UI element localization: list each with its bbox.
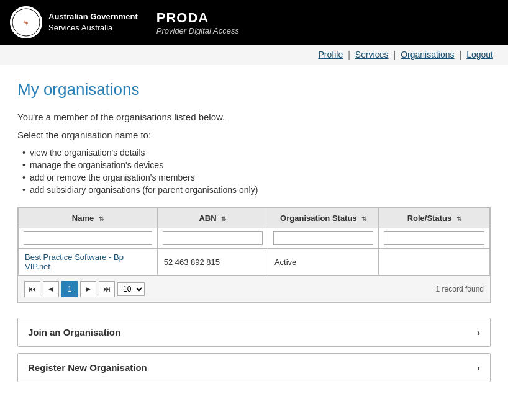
select-instruction: Select the organisation name to: — [17, 130, 491, 140]
organisations-table-wrapper: Name ⇅ ABN ⇅ Organisation Status ⇅ Role/… — [17, 207, 491, 303]
chevron-right-icon: › — [477, 362, 480, 373]
crest-icon: 🦘 — [10, 6, 42, 38]
app-title: PRODA — [156, 10, 239, 26]
col-header-role-status[interactable]: Role/Status ⇅ — [379, 208, 490, 228]
bullet-item: manage the organisation's devices — [24, 160, 491, 170]
sort-icon-org-status[interactable]: ⇅ — [361, 215, 366, 222]
filter-cell-org-status — [268, 228, 379, 249]
nav-bar: Profile | Services | Organisations | Log… — [0, 45, 508, 65]
sort-icon-name[interactable]: ⇅ — [99, 215, 104, 222]
nav-profile-link[interactable]: Profile — [313, 50, 348, 60]
app-branding: PRODA Provider Digital Access — [156, 10, 239, 35]
col-header-name[interactable]: Name ⇅ — [19, 208, 158, 228]
pagination-row: ⏮ ◄ 1 ► ⏭ 10 25 50 1 record found — [18, 275, 490, 302]
gov-text: Australian Government Services Australia — [48, 11, 138, 34]
page-prev-button[interactable]: ◄ — [43, 281, 59, 297]
accordion-header-register[interactable]: Register New Organisation› — [18, 354, 490, 382]
table-row: Best Practice Software - Bp VIP.net52 46… — [19, 249, 490, 275]
col-header-org-status[interactable]: Organisation Status ⇅ — [268, 208, 379, 228]
table-header-row: Name ⇅ ABN ⇅ Organisation Status ⇅ Role/… — [19, 208, 490, 228]
page-next-button[interactable]: ► — [80, 281, 96, 297]
accordion-header-join[interactable]: Join an Organisation› — [18, 318, 490, 346]
filter-input-role-status[interactable] — [384, 231, 484, 245]
accordion-label-register: Register New Organisation — [28, 362, 147, 373]
header-logo: 🦘 Australian Government Services Austral… — [10, 6, 138, 38]
filter-input-abn[interactable] — [163, 231, 263, 245]
page-size-select[interactable]: 10 25 50 — [117, 282, 145, 296]
page-title: My organisations — [17, 80, 491, 99]
chevron-right-icon: › — [477, 327, 480, 337]
intro-text: You're a member of the organisations lis… — [17, 112, 491, 122]
cell-role-status — [379, 249, 490, 275]
nav-logout-link[interactable]: Logout — [461, 50, 498, 60]
table-filter-row — [19, 228, 490, 249]
sort-icon-abn[interactable]: ⇅ — [221, 215, 226, 222]
cell-org-status: Active — [268, 249, 379, 275]
nav-organisations-link[interactable]: Organisations — [396, 50, 459, 60]
gov-line2: Services Australia — [48, 22, 138, 34]
svg-text:🦘: 🦘 — [23, 20, 29, 26]
gov-line1: Australian Government — [48, 11, 138, 22]
cell-name: Best Practice Software - Bp VIP.net — [19, 249, 158, 275]
accordions-container: Join an Organisation›Register New Organi… — [17, 318, 491, 382]
organisations-table: Name ⇅ ABN ⇅ Organisation Status ⇅ Role/… — [18, 208, 490, 275]
info-box: You're a member of the organisations lis… — [17, 112, 491, 195]
bullet-item: add subsidiary organisations (for parent… — [24, 185, 491, 195]
header: 🦘 Australian Government Services Austral… — [0, 0, 508, 45]
page-1-button[interactable]: 1 — [61, 281, 78, 297]
col-header-abn[interactable]: ABN ⇅ — [157, 208, 268, 228]
table-body: Best Practice Software - Bp VIP.net52 46… — [19, 249, 490, 275]
accordion-label-join: Join an Organisation — [28, 327, 120, 337]
main-content: My organisations You're a member of the … — [0, 65, 508, 403]
accordion-register: Register New Organisation› — [17, 353, 491, 382]
filter-input-org-status[interactable] — [273, 231, 374, 245]
nav-services-link[interactable]: Services — [350, 50, 394, 60]
bullet-item: view the organisation's details — [24, 148, 491, 158]
page-first-button[interactable]: ⏮ — [24, 281, 40, 297]
accordion-join: Join an Organisation› — [17, 318, 491, 347]
filter-cell-abn — [157, 228, 268, 249]
filter-cell-role-status — [379, 228, 490, 249]
pagination-info: 1 record found — [436, 285, 484, 293]
org-name-link[interactable]: Best Practice Software - Bp VIP.net — [25, 252, 124, 271]
app-subtitle: Provider Digital Access — [156, 26, 239, 35]
sort-icon-role-status[interactable]: ⇅ — [456, 215, 461, 222]
pagination-controls: ⏮ ◄ 1 ► ⏭ 10 25 50 — [24, 281, 145, 297]
page-last-button[interactable]: ⏭ — [99, 281, 115, 297]
filter-cell-name — [19, 228, 158, 249]
filter-input-name[interactable] — [24, 231, 152, 245]
cell-abn: 52 463 892 815 — [157, 249, 268, 275]
bullet-item: add or remove the organisation's members — [24, 172, 491, 182]
bullet-list: view the organisation's detailsmanage th… — [17, 148, 491, 195]
